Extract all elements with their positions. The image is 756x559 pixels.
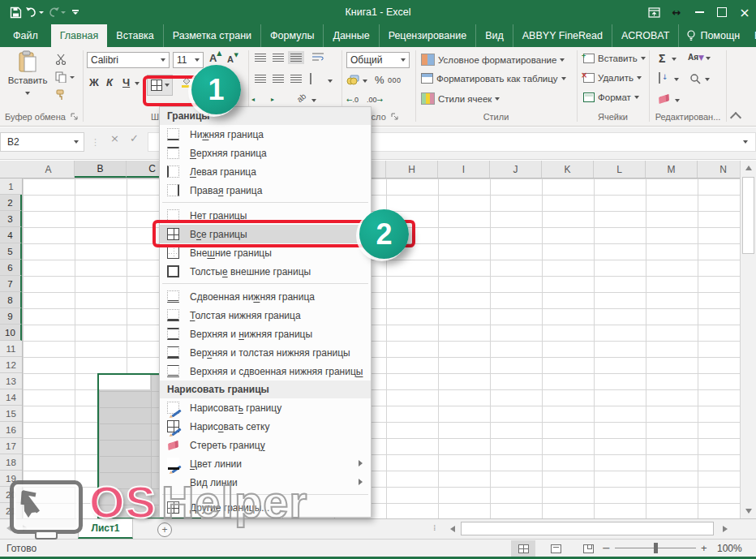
align-right-icon[interactable] <box>290 75 302 83</box>
format-cells-button[interactable]: Формат <box>583 92 639 102</box>
column-header[interactable]: M <box>646 161 698 178</box>
cut-icon[interactable] <box>55 54 67 67</box>
column-header[interactable]: I <box>438 161 490 178</box>
sheet-nav-arrows[interactable] <box>6 525 28 531</box>
row-header[interactable]: 16 <box>0 422 22 438</box>
tell-me-button[interactable]: Помощн <box>679 24 747 47</box>
maximize-button[interactable] <box>711 0 733 24</box>
save-icon[interactable] <box>10 6 22 19</box>
menu-item[interactable]: Сдвоенная нижняя граница <box>160 287 371 306</box>
cancel-icon[interactable]: × <box>110 132 119 144</box>
increase-font-icon[interactable]: А▲ <box>209 52 217 64</box>
vertical-scroll-thumb[interactable] <box>742 177 754 254</box>
name-box[interactable]: B2 <box>0 132 84 152</box>
menu-item[interactable]: Левая граница <box>160 162 371 181</box>
collapse-ribbon-icon[interactable] <box>730 112 741 123</box>
merge-center-icon[interactable] <box>310 74 311 84</box>
format-painter-icon[interactable] <box>55 89 67 102</box>
scroll-up-icon[interactable] <box>741 161 756 175</box>
enter-icon[interactable]: ✓ <box>130 132 139 144</box>
horizontal-scroll-thumb[interactable] <box>461 522 714 535</box>
row-header[interactable]: 20 <box>0 487 22 503</box>
fill-button[interactable]: ↓ <box>659 73 660 83</box>
underline-dropdown-icon[interactable] <box>135 82 140 85</box>
menu-item[interactable]: Нарисовать сетку <box>160 417 371 436</box>
view-normal-button[interactable] <box>511 540 535 557</box>
scroll-right-icon[interactable] <box>717 522 732 536</box>
scroll-left-icon[interactable] <box>445 522 460 536</box>
row-header[interactable]: 15 <box>0 406 22 422</box>
ribbon-tab[interactable]: ACROBAT <box>612 24 680 47</box>
paste-button[interactable]: Вставить <box>6 50 49 97</box>
sort-filter-button[interactable]: Ая▼ <box>688 53 711 62</box>
orientation-dropdown-icon[interactable] <box>311 99 316 102</box>
sheet-tab[interactable]: Лист1 <box>78 519 133 539</box>
zoom-slider[interactable] <box>615 548 696 548</box>
autosum-dropdown-icon[interactable] <box>672 58 677 61</box>
row-header[interactable]: 10 <box>0 325 22 341</box>
merge-dropdown-icon[interactable] <box>328 80 333 83</box>
scroll-down-icon[interactable] <box>741 504 756 518</box>
conditional-formatting-button[interactable]: Условное форматирование <box>421 54 565 66</box>
row-header[interactable]: 9 <box>0 308 22 325</box>
column-header[interactable]: H <box>386 161 438 178</box>
sign-in-button[interactable]: Вход <box>747 24 756 47</box>
row-header[interactable]: 11 <box>0 341 22 357</box>
column-header[interactable]: B <box>75 161 127 178</box>
align-center-icon[interactable] <box>273 75 284 83</box>
menu-item[interactable]: Верхняя и нижняя границы <box>160 325 371 343</box>
menu-item[interactable]: Стереть границу <box>160 436 371 454</box>
menu-item[interactable]: Цвет линии <box>160 454 371 473</box>
clear-button[interactable] <box>659 94 680 104</box>
menu-item[interactable]: Верхняя и сдвоенная нижняя границы <box>160 362 371 381</box>
zoom-level[interactable]: 100% <box>717 543 742 554</box>
menu-item[interactable]: Нарисовать границу <box>160 398 371 417</box>
expand-formula-bar-icon[interactable] <box>743 140 748 144</box>
menu-item[interactable]: Нижняя граница <box>160 125 371 144</box>
view-page-layout-button[interactable] <box>543 540 568 557</box>
decrease-font-icon[interactable]: А▼ <box>227 54 234 64</box>
currency-dropdown-icon[interactable] <box>363 80 367 83</box>
underline-button[interactable]: Ч <box>122 76 130 88</box>
row-header[interactable]: 4 <box>0 227 22 243</box>
ribbon-tab[interactable]: Разметка страни <box>164 24 261 47</box>
row-header[interactable]: 2 <box>0 195 22 211</box>
autosum-button[interactable]: Σ <box>659 52 665 65</box>
font-size-combo[interactable]: 11 <box>173 52 204 68</box>
ribbon-tab[interactable]: Формулы <box>261 24 324 47</box>
increase-decimal-icon[interactable]: ←.0 <box>346 96 359 104</box>
splitter-dots[interactable]: ⁞ <box>433 522 437 533</box>
insert-cells-button[interactable]: + Вставить <box>583 54 646 63</box>
format-as-table-button[interactable]: Форматировать как таблицу <box>421 73 566 84</box>
row-header[interactable]: 7 <box>0 276 22 292</box>
align-left-icon[interactable] <box>255 75 266 83</box>
row-header[interactable]: 21 <box>0 503 22 518</box>
thousands-icon[interactable]: 000 <box>388 76 402 84</box>
menu-item[interactable]: Верхняя и толстая нижняя границы <box>160 343 371 362</box>
column-header[interactable]: A <box>23 161 75 178</box>
new-sheet-button[interactable]: + <box>157 522 172 537</box>
ribbon-display-options-icon[interactable] <box>642 0 665 24</box>
font-name-combo[interactable]: Calibri <box>87 52 170 68</box>
row-header[interactable]: 17 <box>0 438 22 454</box>
row-header[interactable]: 8 <box>0 292 22 308</box>
minimize-button[interactable] <box>688 0 711 24</box>
number-format-combo[interactable]: Общий <box>346 52 410 68</box>
row-header[interactable]: 12 <box>0 357 22 373</box>
menu-item[interactable]: Толстые внешние границы <box>160 262 371 281</box>
wrap-text-icon[interactable] <box>311 52 324 64</box>
horizontal-scrollbar[interactable]: ⁞ <box>445 519 756 539</box>
active-cell[interactable] <box>99 375 150 389</box>
ribbon-tab[interactable]: Данные <box>324 24 379 47</box>
decrease-decimal-icon[interactable]: .00→ <box>367 96 383 104</box>
column-header[interactable]: J <box>490 161 542 178</box>
ribbon-tab[interactable]: Главная <box>51 24 108 47</box>
ribbon-tab[interactable]: ABBYY FineRead <box>513 24 612 47</box>
row-header[interactable]: 5 <box>0 243 22 260</box>
align-middle-icon[interactable] <box>273 54 284 62</box>
delete-cells-button[interactable]: × Удалить <box>583 73 642 83</box>
tab-file[interactable]: Файл <box>0 24 51 47</box>
align-bottom-icon[interactable] <box>290 54 302 62</box>
column-header[interactable]: K <box>542 161 594 178</box>
ribbon-tab[interactable]: Рецензирование <box>380 24 477 47</box>
